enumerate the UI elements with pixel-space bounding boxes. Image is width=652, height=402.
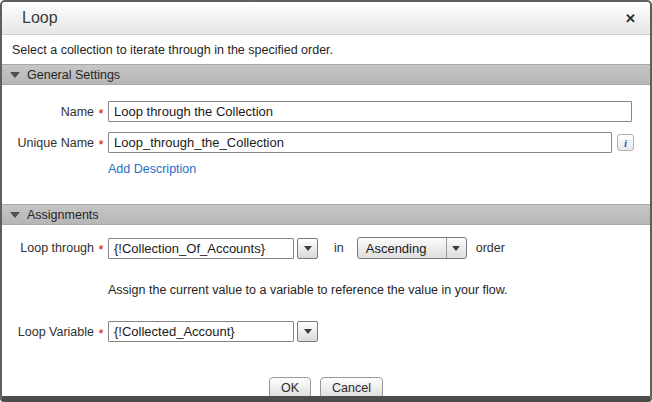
order-select-arrow-area[interactable] [446, 238, 466, 258]
dialog-title: Loop [22, 9, 58, 27]
loop-through-dropdown-button[interactable] [297, 238, 318, 259]
loop-through-input[interactable] [108, 238, 294, 259]
unique-name-input[interactable] [108, 132, 612, 153]
dialog-titlebar: Loop ✕ [2, 2, 650, 35]
section-header-assignments[interactable]: Assignments [2, 204, 650, 225]
collapse-triangle-icon[interactable] [10, 212, 20, 218]
dialog-description: Select a collection to iterate through i… [2, 35, 650, 64]
section-title-general-settings: General Settings [27, 68, 120, 82]
close-icon[interactable]: ✕ [625, 12, 636, 25]
name-row: Name * [2, 101, 650, 122]
loop-through-label: Loop through [2, 241, 94, 255]
dropdown-arrow-icon [452, 246, 460, 251]
dropdown-arrow-icon [304, 329, 312, 334]
required-asterisk: * [94, 134, 108, 152]
order-select-value: Ascending [358, 241, 446, 256]
cancel-button[interactable]: Cancel [320, 377, 383, 399]
add-description-row: Add Description [108, 159, 650, 177]
loop-variable-input[interactable] [108, 321, 294, 342]
name-input[interactable] [108, 101, 632, 122]
add-description-link[interactable]: Add Description [108, 162, 196, 176]
dropdown-arrow-icon [304, 246, 312, 251]
name-label: Name [2, 105, 94, 119]
loop-variable-dropdown-button[interactable] [297, 321, 318, 342]
loop-through-row: Loop through * in Ascending order [2, 237, 650, 259]
required-asterisk: * [94, 103, 108, 121]
required-asterisk: * [94, 323, 108, 341]
required-asterisk: * [94, 239, 108, 257]
loop-variable-row: Loop Variable * [2, 321, 650, 342]
section-header-general-settings[interactable]: General Settings [2, 64, 650, 85]
unique-name-row: Unique Name * i [2, 132, 650, 153]
unique-name-label: Unique Name [2, 136, 94, 150]
dialog-footer: OK Cancel [2, 377, 650, 399]
loop-variable-label: Loop Variable [2, 325, 94, 339]
in-text: in [334, 241, 344, 255]
assign-hint-text: Assign the current value to a variable t… [108, 283, 650, 297]
ok-button[interactable]: OK [269, 377, 311, 399]
order-select[interactable]: Ascending [357, 237, 467, 259]
loop-dialog: Loop ✕ Select a collection to iterate th… [0, 0, 652, 402]
collapse-triangle-icon[interactable] [10, 72, 20, 78]
section-title-assignments: Assignments [27, 208, 99, 222]
order-text: order [476, 241, 505, 255]
info-icon[interactable]: i [617, 134, 634, 151]
